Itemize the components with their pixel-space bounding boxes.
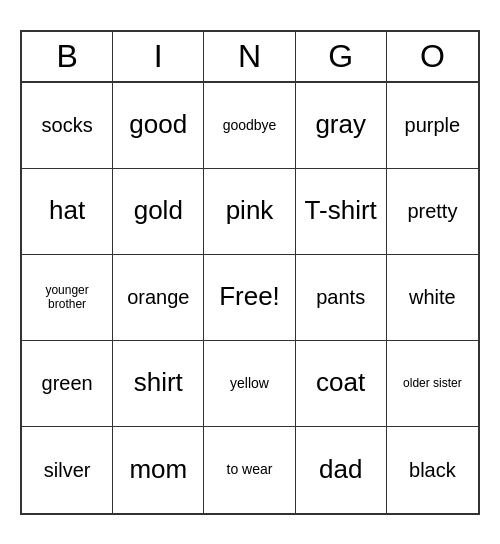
- cell-text-r1-c4: pretty: [407, 199, 457, 223]
- cell-text-r3-c3: coat: [316, 367, 365, 398]
- cell-r1-c0: hat: [22, 169, 113, 255]
- cell-text-r1-c0: hat: [49, 195, 85, 226]
- cell-r3-c3: coat: [296, 341, 387, 427]
- cell-r4-c1: mom: [113, 427, 204, 513]
- cell-r1-c4: pretty: [387, 169, 478, 255]
- cell-r0-c2: goodbye: [204, 83, 295, 169]
- cell-text-r2-c0: younger brother: [26, 283, 108, 312]
- cell-text-r3-c4: older sister: [403, 376, 462, 390]
- cell-r1-c2: pink: [204, 169, 295, 255]
- cell-r4-c2: to wear: [204, 427, 295, 513]
- cell-text-r0-c2: goodbye: [223, 117, 277, 134]
- cell-r1-c3: T-shirt: [296, 169, 387, 255]
- bingo-card: BINGO socksgoodgoodbyegraypurplehatgoldp…: [20, 30, 480, 515]
- cell-text-r4-c4: black: [409, 458, 456, 482]
- cell-text-r4-c3: dad: [319, 454, 362, 485]
- cell-text-r1-c3: T-shirt: [305, 195, 377, 226]
- bingo-header: BINGO: [22, 32, 478, 83]
- cell-text-r4-c2: to wear: [227, 461, 273, 478]
- cell-text-r3-c1: shirt: [134, 367, 183, 398]
- cell-r4-c4: black: [387, 427, 478, 513]
- header-letter-g: G: [296, 32, 387, 81]
- cell-text-r0-c4: purple: [405, 113, 461, 137]
- cell-r3-c2: yellow: [204, 341, 295, 427]
- header-letter-b: B: [22, 32, 113, 81]
- cell-text-r3-c0: green: [42, 371, 93, 395]
- cell-r2-c3: pants: [296, 255, 387, 341]
- cell-text-r2-c4: white: [409, 285, 456, 309]
- cell-r2-c0: younger brother: [22, 255, 113, 341]
- cell-r0-c4: purple: [387, 83, 478, 169]
- cell-r4-c3: dad: [296, 427, 387, 513]
- cell-r2-c4: white: [387, 255, 478, 341]
- cell-r4-c0: silver: [22, 427, 113, 513]
- cell-r0-c0: socks: [22, 83, 113, 169]
- cell-r2-c1: orange: [113, 255, 204, 341]
- cell-text-r0-c1: good: [129, 109, 187, 140]
- cell-r3-c0: green: [22, 341, 113, 427]
- cell-text-r1-c1: gold: [134, 195, 183, 226]
- cell-text-r2-c1: orange: [127, 285, 189, 309]
- cell-text-r0-c0: socks: [42, 113, 93, 137]
- cell-r0-c1: good: [113, 83, 204, 169]
- cell-text-r4-c1: mom: [129, 454, 187, 485]
- cell-text-r2-c3: pants: [316, 285, 365, 309]
- cell-r2-c2: Free!: [204, 255, 295, 341]
- header-letter-o: O: [387, 32, 478, 81]
- cell-r3-c4: older sister: [387, 341, 478, 427]
- cell-text-r2-c2: Free!: [219, 281, 280, 312]
- header-letter-i: I: [113, 32, 204, 81]
- cell-text-r4-c0: silver: [44, 458, 91, 482]
- header-letter-n: N: [204, 32, 295, 81]
- cell-text-r0-c3: gray: [315, 109, 366, 140]
- cell-r1-c1: gold: [113, 169, 204, 255]
- cell-r3-c1: shirt: [113, 341, 204, 427]
- bingo-grid: socksgoodgoodbyegraypurplehatgoldpinkT-s…: [22, 83, 478, 513]
- cell-text-r1-c2: pink: [226, 195, 274, 226]
- cell-text-r3-c2: yellow: [230, 375, 269, 392]
- cell-r0-c3: gray: [296, 83, 387, 169]
